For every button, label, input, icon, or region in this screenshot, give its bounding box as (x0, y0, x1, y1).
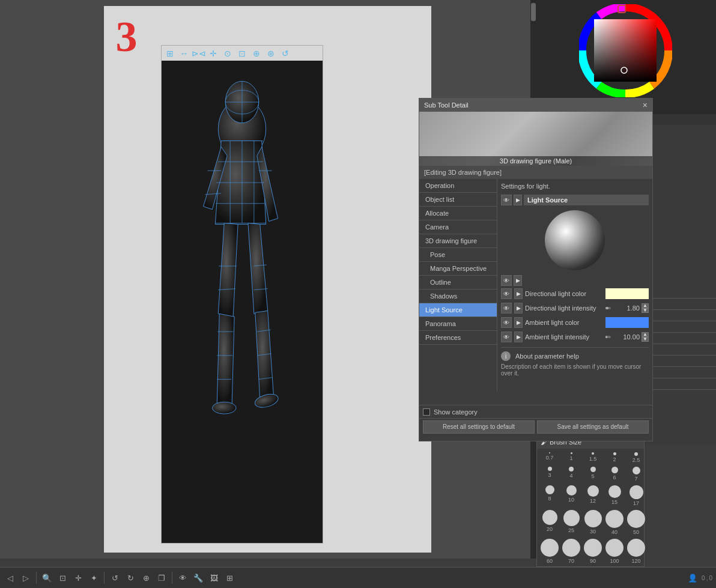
brush-size-item[interactable]: 1.5 (583, 451, 603, 464)
brush-size-item[interactable]: 50 (626, 509, 646, 536)
transform-button[interactable]: ✦ (87, 571, 100, 584)
rotate-left-button[interactable]: ↺ (108, 571, 121, 584)
amb-intensity-down[interactable]: ▼ (642, 337, 649, 342)
subtool-preview: 3D drawing figure (Male) (419, 112, 652, 166)
amb-intensity-play[interactable]: ▶ (514, 332, 523, 342)
brush-size-item[interactable]: 70 (561, 538, 581, 565)
show-category-label: Show category (434, 408, 478, 416)
subtool-footer: Show category Reset all settings to defa… (419, 405, 652, 441)
nav-item-light-source[interactable]: Light Source (419, 303, 497, 317)
brush-size-item[interactable]: 17 (626, 484, 646, 508)
reset-defaults-button[interactable]: Reset all settings to default (423, 420, 535, 434)
brush-size-item[interactable]: 15 (604, 484, 625, 508)
toolbar-icon-9[interactable]: ↺ (279, 47, 291, 59)
brush-size-item[interactable]: 0.7 (539, 451, 560, 464)
brush-size-item[interactable]: 7 (626, 465, 646, 483)
brush-size-item[interactable]: 40 (604, 509, 625, 536)
dir-intensity-slider-container: 1.80 ▲ ▼ (605, 303, 649, 313)
dir-intensity-play[interactable]: ▶ (514, 303, 523, 314)
dir-intensity-down[interactable]: ▼ (642, 308, 649, 313)
subtool-close-button[interactable]: × (643, 100, 648, 110)
subtool-header: Sub Tool Detail × (419, 99, 652, 112)
rotate-right-button[interactable]: ↻ (124, 571, 137, 584)
nav-item-outline[interactable]: Outline (419, 276, 497, 289)
view-toggle-button[interactable]: 👁 (176, 571, 189, 584)
zoom-tool-button[interactable]: 🔍 (40, 571, 53, 584)
nav-item-pose[interactable]: Pose (419, 248, 497, 262)
amb-intensity-slider[interactable] (605, 336, 611, 338)
brush-size-item[interactable]: 30 (583, 509, 603, 536)
brush-size-item[interactable]: 20 (539, 509, 560, 536)
brush-size-item[interactable]: 8 (539, 484, 560, 508)
light-play-btn[interactable]: ▶ (514, 195, 522, 205)
nav-item-manga-perspective[interactable]: Manga Perspective (419, 262, 497, 276)
dir-color-visibility[interactable]: 👁 (501, 288, 512, 299)
brush-size-item[interactable]: 60 (539, 538, 560, 565)
dir-intensity-visibility[interactable]: 👁 (501, 303, 512, 314)
action-buttons: Reset all settings to default Save all s… (419, 418, 652, 435)
sphere-play-btn[interactable]: ▶ (514, 275, 522, 286)
show-category-checkbox[interactable] (423, 408, 430, 416)
dir-intensity-spinner[interactable]: ▲ ▼ (642, 303, 649, 313)
dir-color-box[interactable] (605, 288, 649, 299)
scrollbar-thumb[interactable] (531, 3, 536, 21)
toolbar-icon-7[interactable]: ⊕ (250, 47, 262, 59)
light-visibility-toggle[interactable]: 👁 (501, 195, 512, 205)
light-sphere[interactable] (545, 210, 605, 270)
brush-size-item[interactable]: 10 (561, 484, 581, 508)
brush-size-item[interactable]: 5 (583, 465, 603, 483)
settings-header: Settings for light. (501, 183, 649, 190)
nav-item-camera[interactable]: Camera (419, 220, 497, 234)
dir-color-play[interactable]: ▶ (514, 288, 523, 299)
layer-button[interactable]: ❐ (155, 571, 168, 584)
brush-size-item[interactable]: 4 (561, 465, 581, 483)
brush-size-item[interactable]: 25 (561, 509, 581, 536)
subtool-content: Settings for light. 👁 ▶ Light Source 👁 ▶… (497, 179, 652, 392)
brush-size-item[interactable]: 12 (583, 484, 603, 508)
sphere-visibility-toggle[interactable]: 👁 (501, 275, 512, 286)
person-icon[interactable]: 👤 (686, 571, 699, 584)
toolbar-icon-3[interactable]: ⊳⊲ (193, 47, 205, 59)
amb-color-play[interactable]: ▶ (514, 317, 523, 328)
brush-size-item[interactable]: 2.5 (626, 451, 646, 464)
amb-intensity-spinner[interactable]: ▲ ▼ (642, 332, 649, 342)
toolbar-icon-5[interactable]: ⊙ (222, 47, 234, 59)
brush-size-item[interactable]: 120 (626, 538, 646, 565)
nav-item-panorama[interactable]: Panorama (419, 317, 497, 331)
toolbar-icon-1[interactable]: ⊞ (164, 47, 176, 59)
nav-item-operation[interactable]: Operation (419, 179, 497, 193)
ambient-light-intensity-row: 👁 ▶ Ambient light intensity 10.00 ▲ ▼ (501, 332, 649, 342)
brush-size-item[interactable]: 100 (604, 538, 625, 565)
figure-body (162, 61, 323, 543)
settings-button[interactable]: 🔧 (192, 571, 205, 584)
nav-item-shadows[interactable]: Shadows (419, 289, 497, 303)
dir-intensity-slider[interactable] (605, 307, 611, 309)
help-title: About parameter help (515, 353, 579, 360)
nav-item-object-list[interactable]: Object list (419, 193, 497, 207)
amb-color-visibility[interactable]: 👁 (501, 317, 512, 328)
nav-prev-button[interactable]: ◁ (4, 571, 17, 584)
toolbar-icon-4[interactable]: ✛ (207, 47, 219, 59)
brush-size-item[interactable]: 90 (583, 538, 603, 565)
brush-size-item[interactable]: 6 (604, 465, 625, 483)
amb-color-box[interactable] (605, 317, 649, 328)
page-number: 3 (116, 12, 138, 62)
brush-size-item[interactable]: 2 (604, 451, 625, 464)
move-tool-button[interactable]: ✛ (71, 571, 85, 584)
fit-page-button[interactable]: ⊡ (56, 571, 69, 584)
brush-size-item[interactable]: 1 (561, 451, 581, 464)
nav-item-preferences[interactable]: Preferences (419, 331, 497, 345)
grid-button[interactable]: ⊞ (223, 571, 236, 584)
toolbar-icon-2[interactable]: ↔ (178, 47, 190, 59)
brush-size-item[interactable]: 3 (539, 465, 560, 483)
flip-button[interactable]: ⊕ (139, 571, 153, 584)
toolbar-icon-8[interactable]: ⊛ (265, 47, 277, 59)
color-wheel-svg[interactable] (579, 4, 672, 97)
amb-intensity-visibility[interactable]: 👁 (501, 332, 512, 342)
nav-item-3d-drawing[interactable]: 3D drawing figure (419, 234, 497, 248)
toolbar-icon-6[interactable]: ⊡ (236, 47, 248, 59)
nav-next-button[interactable]: ▷ (19, 571, 32, 584)
frame-button[interactable]: 🖼 (207, 571, 220, 584)
save-defaults-button[interactable]: Save all settings as default (537, 420, 649, 434)
nav-item-allocate[interactable]: Allocate (419, 207, 497, 220)
